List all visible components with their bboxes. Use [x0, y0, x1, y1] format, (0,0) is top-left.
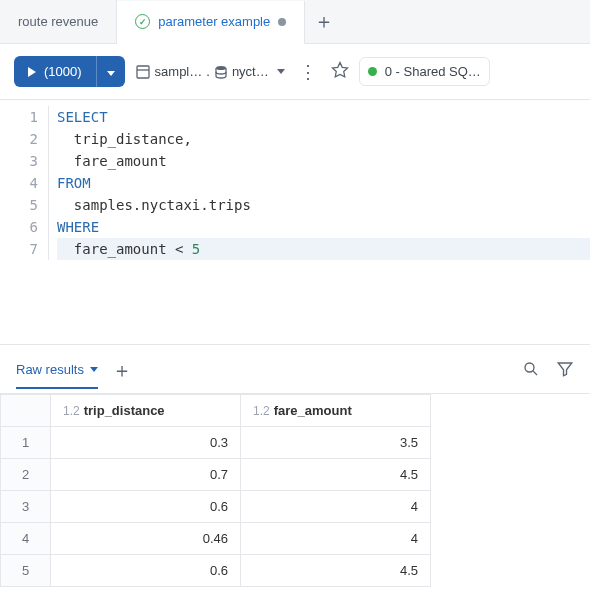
chevron-down-icon: [107, 71, 115, 76]
line-number: 5: [0, 194, 38, 216]
line-number: 6: [0, 216, 38, 238]
datatype-label: 1.2: [253, 404, 270, 418]
column-header[interactable]: 1.2fare_amount: [241, 395, 431, 427]
run-limit-label: (1000): [44, 64, 82, 79]
results-tab-label: Raw results: [16, 362, 84, 377]
cluster-selector[interactable]: 0 - Shared SQ…: [359, 57, 490, 86]
tab-label: route revenue: [18, 14, 98, 29]
svg-marker-3: [332, 63, 347, 77]
tab-parameter-example[interactable]: parameter example: [117, 1, 305, 44]
table-row[interactable]: 50.64.5: [1, 555, 431, 587]
cell-value[interactable]: 3.5: [241, 427, 431, 459]
row-number: 1: [1, 427, 51, 459]
star-icon: [331, 61, 349, 79]
chevron-down-icon: [90, 367, 98, 372]
code-line[interactable]: fare_amount < 5: [57, 238, 590, 260]
line-number: 3: [0, 150, 38, 172]
svg-rect-0: [137, 66, 149, 78]
cell-value[interactable]: 0.3: [51, 427, 241, 459]
cell-value[interactable]: 0.6: [51, 491, 241, 523]
tab-route-revenue[interactable]: route revenue: [0, 0, 117, 43]
datatype-label: 1.2: [63, 404, 80, 418]
run-button-group: (1000): [14, 56, 125, 87]
code-line[interactable]: trip_distance,: [57, 128, 590, 150]
svg-line-5: [533, 371, 537, 375]
add-visualization-button[interactable]: ＋: [112, 357, 132, 394]
code-area[interactable]: SELECT trip_distance, fare_amountFROM sa…: [48, 106, 590, 260]
catalog-label: sampl…: [155, 64, 203, 79]
code-line[interactable]: WHERE: [57, 216, 590, 238]
new-tab-button[interactable]: ＋: [305, 8, 343, 35]
row-number: 2: [1, 459, 51, 491]
toolbar: (1000) sampl… . nyct… ⋮ 0 -: [0, 44, 590, 100]
filter-results-button[interactable]: [556, 360, 574, 381]
tab-label: parameter example: [158, 14, 270, 29]
table-row[interactable]: 10.33.5: [1, 427, 431, 459]
cell-value[interactable]: 4.5: [241, 555, 431, 587]
results-table: 1.2trip_distance1.2fare_amount10.33.520.…: [0, 394, 431, 587]
svg-point-2: [216, 66, 226, 70]
cell-value[interactable]: 4.5: [241, 459, 431, 491]
svg-point-4: [525, 363, 534, 372]
favorite-button[interactable]: [331, 61, 349, 82]
database-icon: [214, 65, 228, 79]
cell-value[interactable]: 4: [241, 523, 431, 555]
more-options-button[interactable]: ⋮: [295, 61, 321, 83]
row-number: 4: [1, 523, 51, 555]
line-number: 2: [0, 128, 38, 150]
play-icon: [28, 67, 36, 77]
catalog-schema-selector[interactable]: sampl… . nyct…: [135, 64, 285, 80]
line-gutter: 1234567: [0, 106, 48, 260]
separator-dot: .: [206, 64, 210, 79]
code-line[interactable]: FROM: [57, 172, 590, 194]
cell-value[interactable]: 0.7: [51, 459, 241, 491]
status-success-icon: [135, 14, 150, 29]
code-line[interactable]: samples.nyctaxi.trips: [57, 194, 590, 216]
chevron-down-icon: [277, 69, 285, 74]
table-row[interactable]: 40.464: [1, 523, 431, 555]
tab-bar: route revenue parameter example ＋: [0, 0, 590, 44]
search-results-button[interactable]: [522, 360, 540, 381]
sql-editor[interactable]: 1234567 SELECT trip_distance, fare_amoun…: [0, 100, 590, 260]
cluster-running-icon: [368, 67, 377, 76]
cluster-label: 0 - Shared SQ…: [385, 64, 481, 79]
table-row[interactable]: 20.74.5: [1, 459, 431, 491]
schema-label: nyct…: [232, 64, 269, 79]
table-row[interactable]: 30.64: [1, 491, 431, 523]
catalog-icon: [135, 64, 151, 80]
row-number: 3: [1, 491, 51, 523]
cell-value[interactable]: 4: [241, 491, 431, 523]
run-dropdown-button[interactable]: [96, 56, 125, 87]
column-name: trip_distance: [84, 403, 165, 418]
run-button[interactable]: (1000): [14, 56, 96, 87]
column-name: fare_amount: [274, 403, 352, 418]
cell-value[interactable]: 0.6: [51, 555, 241, 587]
row-number: 5: [1, 555, 51, 587]
header-rownum: [1, 395, 51, 427]
cell-value[interactable]: 0.46: [51, 523, 241, 555]
line-number: 4: [0, 172, 38, 194]
column-header[interactable]: 1.2trip_distance: [51, 395, 241, 427]
line-number: 1: [0, 106, 38, 128]
unsaved-indicator-icon: [278, 18, 286, 26]
line-number: 7: [0, 238, 38, 260]
filter-icon: [556, 360, 574, 378]
search-icon: [522, 360, 540, 378]
code-line[interactable]: SELECT: [57, 106, 590, 128]
results-tab-raw[interactable]: Raw results: [16, 362, 98, 389]
code-line[interactable]: fare_amount: [57, 150, 590, 172]
